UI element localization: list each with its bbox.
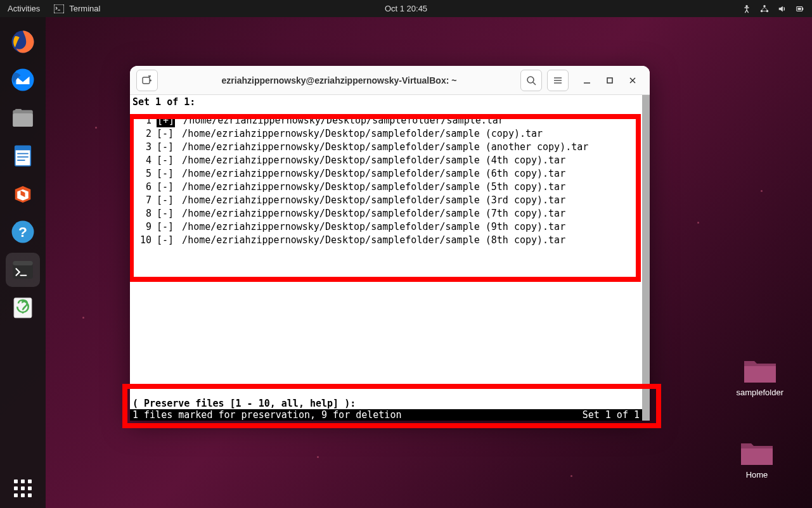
hamburger-menu-button[interactable] [547,70,569,91]
dock-trash[interactable] [6,291,40,325]
svg-rect-11 [13,113,33,127]
terminal-titlebar: ezriahzippernowsky@ezriahzippernowsky-Vi… [130,66,650,95]
svg-rect-12 [15,109,22,112]
window-title: ezriahzippernowsky@ezriahzippernowsky-Vi… [163,75,515,86]
new-tab-button[interactable] [136,70,158,91]
desktop-folder-samplefolder[interactable]: samplefolder [737,355,783,397]
search-button[interactable] [520,70,542,91]
terminal-content[interactable]: Set 1 of 1: 1[+] /home/ezriahzippernowsk… [130,95,650,421]
svg-rect-7 [798,8,801,10]
svg-point-4 [766,10,769,12]
close-button[interactable] [626,73,640,87]
minimize-button[interactable] [580,73,594,87]
svg-rect-14 [15,146,31,150]
svg-point-28 [527,77,534,83]
svg-rect-26 [741,448,773,465]
clock[interactable]: Oct 1 20:45 [385,4,427,13]
terminal-window: ezriahzippernowsky@ezriahzippernowsky-Vi… [130,66,650,421]
volume-icon[interactable] [778,4,787,13]
dock-help[interactable]: ? [6,215,40,249]
svg-rect-0 [54,4,64,13]
dock-software[interactable] [6,177,40,211]
activities-button[interactable]: Activities [8,4,40,13]
maximize-button[interactable] [603,73,617,87]
svg-text:?: ? [18,224,27,240]
accessibility-icon[interactable] [742,4,751,13]
dock-firefox[interactable] [6,25,40,59]
annotation-highlight-bottom [122,384,661,428]
set-header: Set 1 of 1: [130,95,650,109]
terminal-scrollbar[interactable] [642,95,650,421]
dock: ? [0,17,46,508]
terminal-topbar-icon [54,4,64,13]
svg-point-3 [761,10,763,12]
active-app-menu[interactable]: Terminal [54,4,100,13]
dock-show-apps[interactable] [10,475,36,502]
svg-rect-34 [607,78,612,83]
svg-point-1 [745,4,748,7]
svg-point-2 [763,4,766,7]
svg-rect-21 [13,261,33,265]
power-icon[interactable] [796,4,804,13]
desktop-home[interactable]: Home [738,437,775,479]
dock-files[interactable] [6,101,40,135]
network-icon[interactable] [760,4,769,13]
svg-rect-27 [143,77,150,84]
dock-writer[interactable] [6,139,40,173]
svg-line-29 [533,82,536,85]
dock-thunderbird[interactable] [6,63,40,97]
annotation-highlight-top [130,114,641,282]
svg-rect-6 [802,8,804,10]
dock-terminal[interactable] [6,253,40,287]
svg-rect-25 [744,366,776,383]
gnome-topbar: Activities Terminal Oct 1 20:45 [0,0,812,17]
